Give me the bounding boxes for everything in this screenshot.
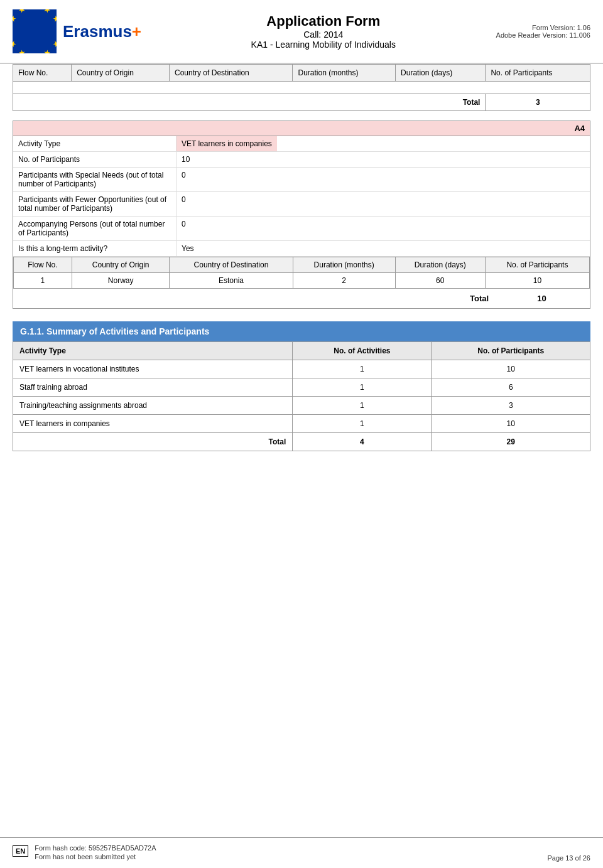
top-total-row: Total 3 [13,94,590,111]
form-subtitle: KA1 - Learning Mobility of Individuals [151,40,496,50]
summary-participants-count: 6 [432,378,590,397]
summary-header-row: Activity Type No. of Activities No. of P… [13,342,590,360]
activity-accompanying-value: 0 [177,217,191,240]
inner-col-duration-days: Duration (days) [395,257,485,273]
flow-no: 1 [14,273,72,289]
logo-area: Erasmus+ [13,9,151,53]
top-flow-table: Flow No. Country of Origin Country of De… [13,64,590,111]
inner-total-label: Total [13,289,494,308]
summary-data-row: Staff training abroad 1 6 [13,378,590,397]
language-badge: EN [13,845,28,857]
inner-flow-table: Flow No. Country of Origin Country of De… [13,257,590,289]
footer-left: EN Form hash code: 595257BEAD5AD72A Form… [13,844,156,862]
activity-longterm-row: Is this a long-term activity? Yes [13,241,590,257]
activity-participants-value: 10 [177,152,195,167]
erasmus-logo-text: Erasmus+ [63,22,141,41]
summary-activities-count: 1 [293,397,432,415]
col-duration-months: Duration (months) [293,65,396,82]
activity-accompanying-row: Accompanying Persons (out of total numbe… [13,217,590,241]
summary-col-activity: Activity Type [13,342,293,360]
summary-activities-count: 1 [293,378,432,397]
col-country-dest: Country of Destination [170,65,293,82]
footer-content: EN Form hash code: 595257BEAD5AD72A Form… [13,844,590,862]
inner-col-participants: No. of Participants [485,257,589,273]
activity-id: A4 [13,121,590,136]
activity-type-value: VET learners in companies [177,136,277,151]
footer-text-block: Form hash code: 595257BEAD5AD72A Form ha… [35,844,156,862]
flow-data-row: 1 Norway Estonia 2 60 10 [14,273,590,289]
col-flow-no: Flow No. [13,65,72,82]
inner-col-country-dest: Country of Destination [170,257,293,273]
inner-col-duration-months: Duration (months) [293,257,395,273]
summary-activities-count: 1 [293,360,432,378]
flow-duration-months: 2 [293,273,395,289]
summary-col-activities: No. of Activities [293,342,432,360]
inner-total-row: Total 10 [13,289,590,308]
activity-participants-label: No. of Participants [13,152,177,167]
summary-activity-type: Staff training abroad [13,378,293,397]
activity-type-label: Activity Type [13,136,177,151]
svg-rect-0 [13,9,57,53]
summary-col-participants: No. of Participants [432,342,590,360]
form-call: Call: 2014 [151,29,496,40]
inner-col-country-origin: Country of Origin [72,257,170,273]
summary-section-title: G.1.1. Summary of Activities and Partici… [13,321,590,341]
inner-flow-header-row: Flow No. Country of Origin Country of De… [14,257,590,273]
summary-data-row: VET learners in vocational institutes 1 … [13,360,590,378]
form-version: Form Version: 1.06 [496,24,590,31]
erasmus-plus-symbol: + [132,22,141,41]
activity-special-needs-value: 0 [177,168,191,191]
main-content: Flow No. Country of Origin Country of De… [0,64,603,451]
summary-activities-count: 1 [293,415,432,433]
activity-type-row: Activity Type VET learners in companies [13,136,590,152]
inner-total-value: 10 [494,289,590,308]
activity-participants-row: No. of Participants 10 [13,152,590,168]
inner-col-flow-no: Flow No. [14,257,72,273]
activity-section: A4 Activity Type VET learners in compani… [13,121,590,309]
submission-status: Form has not been submitted yet [35,853,156,860]
activity-special-needs-row: Participants with Special Needs (out of … [13,168,590,192]
summary-activity-type: Training/teaching assignments abroad [13,397,293,415]
page-footer: EN Form hash code: 595257BEAD5AD72A Form… [0,837,603,868]
header-title-area: Application Form Call: 2014 KA1 - Learni… [151,13,496,50]
activity-longterm-value: Yes [177,241,199,256]
activity-fewer-opps-row: Participants with Fewer Opportunities (o… [13,192,590,217]
summary-data-row: VET learners in companies 1 10 [13,415,590,433]
flow-country-dest: Estonia [170,273,293,289]
summary-participants-count: 3 [432,397,590,415]
summary-total-activities: 4 [293,433,432,451]
activity-fewer-opps-value: 0 [177,192,191,216]
adobe-version: Adobe Reader Version: 11.006 [496,31,590,39]
summary-data-row: Training/teaching assignments abroad 1 3 [13,397,590,415]
activity-accompanying-label: Accompanying Persons (out of total numbe… [13,217,177,240]
version-info: Form Version: 1.06 Adobe Reader Version:… [496,24,590,39]
inner-total-table: Total 10 [13,289,590,308]
summary-participants-count: 10 [432,360,590,378]
form-hash: Form hash code: 595257BEAD5AD72A [35,844,156,852]
activity-special-needs-label: Participants with Special Needs (out of … [13,168,177,191]
summary-total-row: Total 4 29 [13,433,590,451]
eu-flag-icon [13,9,57,53]
summary-activity-type: VET learners in vocational institutes [13,360,293,378]
col-participants: No. of Participants [486,65,590,82]
summary-total-label: Total [13,433,293,451]
summary-participants-count: 10 [432,415,590,433]
flow-country-origin: Norway [72,273,170,289]
flow-duration-days: 60 [395,273,485,289]
top-total-label: Total [13,94,486,111]
summary-table: Activity Type No. of Activities No. of P… [13,341,590,451]
summary-activity-type: VET learners in companies [13,415,293,433]
flow-participants: 10 [485,273,589,289]
form-title: Application Form [151,13,496,29]
page-number: Page 13 of 26 [547,854,590,862]
col-duration-days: Duration (days) [396,65,486,82]
top-total-value: 3 [486,94,590,111]
page: Erasmus+ Application Form Call: 2014 KA1… [0,0,603,868]
col-country-origin: Country of Origin [72,65,170,82]
page-header: Erasmus+ Application Form Call: 2014 KA1… [0,0,603,64]
summary-total-participants: 29 [432,433,590,451]
activity-fewer-opps-label: Participants with Fewer Opportunities (o… [13,192,177,216]
spacer-row [13,82,590,94]
activity-longterm-label: Is this a long-term activity? [13,241,177,256]
